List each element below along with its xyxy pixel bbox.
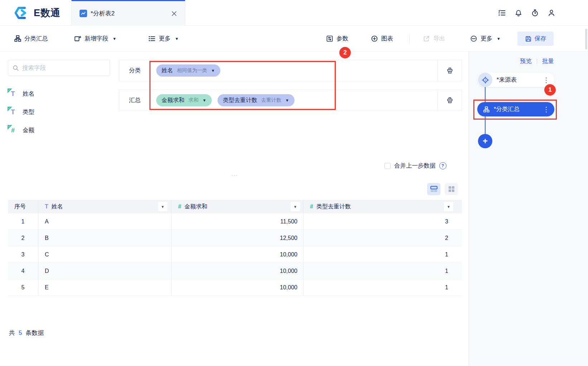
field-label: 类型 — [23, 108, 34, 116]
clear-brush-icon — [446, 67, 454, 74]
pill-field-name: 金额求和 — [162, 97, 185, 104]
add-step-button[interactable]: + — [478, 134, 492, 148]
annotation-badge-1: 1 — [544, 84, 556, 96]
field-item-amount[interactable]: ✓# 金额 — [9, 125, 34, 136]
chevron-down-icon[interactable]: ▼ — [202, 98, 206, 102]
category-pill[interactable]: 姓名 相同值为一类 ▼ — [156, 64, 220, 77]
merge-previous-step-row: 合并上一步数据 ? — [384, 162, 446, 170]
table-row[interactable]: 5 E 10,000 1 — [8, 279, 462, 296]
summary-pill-type-distinct[interactable]: 类型去重计数 去重计数 ▼ — [217, 94, 295, 106]
group-summary-button[interactable]: 分类汇总 — [14, 35, 48, 43]
pill-mode: 相同值为一类 — [177, 67, 207, 74]
column-filter-dropdown[interactable]: ▼ — [158, 202, 167, 211]
parameters-icon — [326, 35, 333, 42]
export-button[interactable]: 导出 — [423, 35, 445, 43]
text-type-icon: ✓T — [9, 108, 17, 116]
search-input[interactable] — [22, 64, 105, 71]
toolbar: 分类汇总 新增字段 ▼ 更多 ▼ 参数 图表 — [0, 26, 588, 52]
category-config-row: 分类 姓名 相同值为一类 ▼ — [119, 60, 462, 81]
merge-checkbox[interactable] — [384, 163, 391, 169]
field-item-type[interactable]: ✓T 类型 — [9, 106, 34, 118]
cell-index: 3 — [8, 246, 38, 263]
preview-link[interactable]: 预览 — [520, 57, 532, 65]
params-button[interactable]: 参数 — [326, 35, 348, 43]
chevron-down-icon: ▼ — [497, 37, 501, 41]
table-row[interactable]: 1 A 11,500 3 — [8, 213, 462, 230]
more-left-button[interactable]: 更多 ▼ — [148, 35, 179, 43]
category-label: 分类 — [119, 60, 150, 81]
cell-name: B — [38, 230, 172, 246]
chevron-down-icon: ▼ — [113, 37, 116, 41]
chart-button[interactable]: 图表 — [371, 35, 393, 43]
node-title: *来源表 — [497, 76, 517, 84]
column-filter-dropdown[interactable]: ▼ — [444, 202, 453, 211]
footer-prefix: 共 — [9, 329, 15, 337]
tab-analysis-sheet[interactable]: *分析表2 — [71, 0, 185, 26]
link-divider — [537, 58, 537, 64]
more-right-button[interactable]: 更多 ▼ — [470, 35, 501, 43]
col-header-label: 金额求和 — [185, 203, 207, 211]
col-header-label: 类型去重计数 — [316, 203, 351, 211]
pill-mode: 求和 — [188, 97, 199, 103]
cell-type-distinct: 1 — [303, 246, 462, 263]
chevron-down-icon[interactable]: ▼ — [285, 98, 289, 102]
cell-amount-sum: 11,500 — [172, 213, 303, 230]
source-node-icon[interactable] — [478, 73, 492, 87]
list-icon — [148, 35, 156, 42]
tab-title: *分析表2 — [91, 9, 115, 18]
flow-panel: 预览 批量 *来源表 ⋮ *分类汇总 ⋮ + — [469, 52, 588, 366]
batch-link[interactable]: 批量 — [542, 57, 554, 65]
footer-row-count: 5 — [19, 329, 22, 337]
cell-amount-sum: 10,000 — [172, 246, 303, 263]
plus-circle-icon — [371, 35, 378, 42]
kebab-menu-icon[interactable]: ⋮ — [543, 76, 550, 84]
flow-node-group-summary[interactable]: *分类汇总 ⋮ — [477, 102, 554, 116]
table-row[interactable]: 2 B 12,500 2 — [8, 230, 462, 246]
col-header-name: T 姓名 ▼ — [38, 200, 172, 213]
stopwatch-icon[interactable] — [531, 9, 539, 17]
summary-pill-amount-sum[interactable]: 金额求和 求和 ▼ — [156, 94, 212, 106]
clear-category-button[interactable] — [438, 60, 462, 81]
chevron-down-icon[interactable]: ▼ — [211, 68, 215, 73]
more-circle-icon — [470, 35, 477, 42]
summary-pill-area[interactable]: 金额求和 求和 ▼ 类型去重计数 去重计数 ▼ — [150, 90, 438, 111]
pill-field-name: 姓名 — [162, 67, 173, 74]
kebab-menu-icon[interactable]: ⋮ — [543, 105, 550, 114]
card-view-toggle[interactable] — [445, 183, 458, 195]
field-item-name[interactable]: ✓T 姓名 — [9, 88, 34, 100]
logo-text: E数通 — [34, 6, 61, 19]
field-search — [8, 60, 110, 76]
category-pill-area[interactable]: 姓名 相同值为一类 ▼ — [150, 60, 438, 81]
save-icon — [525, 35, 532, 42]
col-header-amount-sum: # 金额求和 ▼ — [172, 200, 303, 213]
add-field-button[interactable]: 新增字段 ▼ — [74, 35, 116, 43]
tab-close-icon[interactable] — [171, 11, 177, 16]
table-header-row: 序号 T 姓名 ▼ # 金额求和 ▼ # 类型去重计数 ▼ — [8, 200, 462, 213]
task-list-icon[interactable] — [498, 9, 506, 17]
export-label: 导出 — [433, 35, 445, 43]
user-icon[interactable] — [548, 9, 555, 17]
question-circle-icon[interactable]: ? — [439, 162, 446, 169]
table-row[interactable]: 4 D 10,000 1 — [8, 263, 462, 279]
column-filter-dropdown[interactable]: ▼ — [291, 202, 300, 211]
col-header-type-distinct: # 类型去重计数 ▼ — [303, 200, 462, 213]
cell-amount-sum: 10,000 — [172, 279, 303, 295]
clear-summary-button[interactable] — [438, 90, 462, 111]
bell-icon[interactable] — [515, 9, 522, 17]
number-type-icon: # — [310, 203, 313, 210]
cell-name: D — [38, 263, 172, 279]
table-row[interactable]: 3 C 10,000 1 — [8, 246, 462, 263]
toolbar-divider — [409, 34, 410, 43]
scrollbar-thumb[interactable] — [585, 29, 587, 49]
cell-type-distinct: 1 — [303, 279, 462, 295]
add-field-label: 新增字段 — [85, 35, 108, 43]
app-window: E数通 *分析表2 — [0, 0, 588, 366]
save-label: 保存 — [535, 35, 546, 43]
field-label: 金额 — [23, 126, 34, 134]
text-type-icon: ✓T — [9, 90, 17, 98]
params-label: 参数 — [336, 35, 348, 43]
table-view-toggle[interactable] — [427, 183, 440, 195]
collapse-handle[interactable]: ... — [219, 171, 251, 177]
cell-index: 1 — [8, 213, 38, 230]
save-button[interactable]: 保存 — [517, 32, 554, 46]
